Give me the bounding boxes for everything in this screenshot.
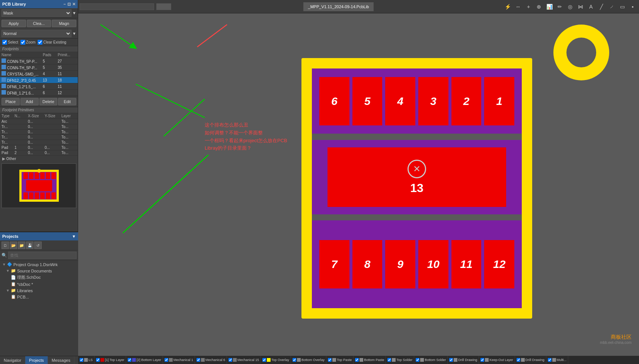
layer-top-overlay-check[interactable] xyxy=(262,358,266,362)
box-btn[interactable]: ▭ xyxy=(617,2,627,12)
text-btn[interactable]: A xyxy=(586,2,596,12)
mask-row: Mask ▼ xyxy=(0,8,78,18)
layer-multi-check[interactable] xyxy=(548,358,552,362)
edit-button[interactable]: Edit xyxy=(58,98,76,105)
tree-project-group[interactable]: ▼ 🔷 Project Group 1.DsnWrk xyxy=(0,261,78,268)
fp-row-0[interactable]: CONN-TH_5P-P... 5 27 xyxy=(0,58,78,64)
layer-bottom-dot xyxy=(132,358,136,362)
zoom-checkbox[interactable] xyxy=(20,40,25,45)
svg-rect-2 xyxy=(26,180,52,191)
prim-row-4[interactable]: Tr...0...To... xyxy=(0,140,78,145)
fp-row-5[interactable]: DFN8_1.2*1.6... 6 12 xyxy=(0,90,78,96)
layer-ls-check[interactable] xyxy=(80,358,83,362)
layer-mech15-check[interactable] xyxy=(229,358,232,362)
select-checkbox[interactable] xyxy=(2,40,7,45)
mode-select[interactable]: Normal xyxy=(1,30,71,37)
line-btn[interactable]: ╱ xyxy=(597,2,606,12)
clear-existing-checkbox[interactable] xyxy=(38,40,42,45)
magn-button[interactable]: Magn xyxy=(52,20,76,27)
layer-bottom-check[interactable] xyxy=(128,358,131,362)
layer-bot-overlay: Bottom Overlay xyxy=(291,356,326,364)
pad-marker xyxy=(408,160,426,178)
pen-btn[interactable]: ✏ xyxy=(555,2,565,12)
tree-pcb-lib[interactable]: 📋 PCB... xyxy=(0,294,78,300)
float-icon[interactable]: ⊡ xyxy=(67,2,71,7)
layer-top-check[interactable] xyxy=(96,358,100,362)
minimize-icon[interactable]: − xyxy=(64,2,66,7)
search-input[interactable] xyxy=(8,252,77,259)
layer-mech1-check[interactable] xyxy=(164,358,168,362)
other-section-header: ▶ Other xyxy=(0,156,78,162)
prim-table-header: Type N... X-Size Y-Size Layer xyxy=(0,113,78,119)
tree-schdoc[interactable]: 📄 理图.SchDoc xyxy=(0,274,78,281)
file-tab-label: _MPP_V1.11_2024-09-14.PcbLib xyxy=(308,4,369,9)
clear-existing-checkbox-label[interactable]: Clear Existing xyxy=(38,40,66,45)
tree-libraries[interactable]: ▼ 📁 Libraries xyxy=(0,287,78,294)
add-btn[interactable]: + xyxy=(524,2,533,12)
mask-select[interactable]: Mask xyxy=(1,9,71,17)
fp-row-1[interactable]: CONN-TH_5P-P... 5 35 xyxy=(0,64,78,71)
source-documents-label: Source Documents xyxy=(17,269,52,273)
layer-bot-overlay-check[interactable] xyxy=(293,358,296,362)
prim-row-0[interactable]: Arc0...To... xyxy=(0,119,78,124)
close-icon[interactable]: ✕ xyxy=(72,2,76,7)
open-project-btn[interactable]: 📂 xyxy=(10,242,17,249)
button-row: Apply Clea... Magn xyxy=(0,18,78,29)
apply-button[interactable]: Apply xyxy=(1,20,26,27)
center-pad-area: 13 xyxy=(312,140,522,214)
prim-row-3[interactable]: Tr...0...To... xyxy=(0,135,78,140)
tree-source-docs[interactable]: ▼ 📁 Source Documents xyxy=(0,268,78,274)
link-btn[interactable]: ⋈ xyxy=(576,2,585,12)
select-checkbox-label[interactable]: Select xyxy=(2,40,18,45)
place-button[interactable]: Place xyxy=(1,98,20,105)
layer-drill-check[interactable] xyxy=(449,358,453,362)
square-btn[interactable]: ▪ xyxy=(628,2,638,12)
search-box: 🔍 xyxy=(0,250,78,261)
svg-point-15 xyxy=(37,169,41,173)
circle-btn[interactable]: ◎ xyxy=(565,2,575,12)
prim-row-1[interactable]: Tr...0...To... xyxy=(0,124,78,130)
fp-row-3[interactable]: DFN12_3*3_0.45 13 18 xyxy=(0,77,78,83)
new-project-btn[interactable]: 🗋 xyxy=(1,242,9,249)
svg-rect-5 xyxy=(35,172,39,179)
tree-pcbdoc[interactable]: 📋 *cbDoc * xyxy=(0,281,78,287)
chart-btn[interactable]: 📊 xyxy=(544,2,554,12)
delete-button[interactable]: Delete xyxy=(39,98,58,105)
layer-top-solder-check[interactable] xyxy=(387,358,391,362)
mode-dropdown-icon: ▼ xyxy=(72,31,76,36)
fp-row-4[interactable]: DFN6_1.2*1.5_... 6 11 xyxy=(0,83,78,90)
pcb-canvas[interactable]: 6 5 4 3 2 1 13 7 8 9 10 11 12 这个排布怎么那么丑 xyxy=(78,13,639,356)
prim-row-5[interactable]: Pad10...0...To... xyxy=(0,145,78,150)
connect-btn[interactable]: ↔ xyxy=(513,2,523,12)
svg-rect-6 xyxy=(40,172,45,179)
projects-header: Projects ▼ xyxy=(0,232,78,240)
tab-navigator[interactable]: Navigator xyxy=(0,356,25,364)
layer-drill2-check[interactable] xyxy=(517,358,520,362)
svg-rect-10 xyxy=(29,192,33,199)
layer-top-solder: Top Solder xyxy=(386,356,414,364)
via-btn[interactable]: ⊕ xyxy=(534,2,544,12)
fp-row-2[interactable]: CRYSTAL-SMD_... 4 11 xyxy=(0,71,78,77)
svg-line-17 xyxy=(136,84,205,118)
save-project-btn[interactable]: 💾 xyxy=(26,242,33,249)
layer-keepout-check[interactable] xyxy=(480,358,484,362)
layer-top-paste-check[interactable] xyxy=(328,358,332,362)
tab-projects[interactable]: Projects xyxy=(25,356,48,364)
clear-button[interactable]: Clea... xyxy=(27,20,51,27)
layer-bot-solder-check[interactable] xyxy=(416,358,419,362)
filter-btn[interactable]: ⚡ xyxy=(503,2,512,12)
annotation-text: 这个排布怎么那么丑 如何调整？不能一个界面整 一个框吗？看起来project怎么… xyxy=(205,121,287,152)
layer-bot-paste-check[interactable] xyxy=(355,358,359,362)
slash-btn[interactable]: ⟋ xyxy=(607,2,617,12)
add-button[interactable]: Add xyxy=(20,98,39,105)
prim-row-2[interactable]: Tr...0...To... xyxy=(0,130,78,135)
layer-mech6-check[interactable] xyxy=(197,358,200,362)
prim-row-6[interactable]: Pad20...0...To... xyxy=(0,150,78,156)
file-tab[interactable]: _MPP_V1.11_2024-09-14.PcbLib xyxy=(303,2,374,11)
zoom-checkbox-label[interactable]: Zoom xyxy=(20,40,36,45)
open-folder-btn[interactable]: 📁 xyxy=(18,242,25,249)
svg-rect-14 xyxy=(51,192,56,199)
svg-line-18 xyxy=(164,99,205,136)
tab-messages[interactable]: Messages xyxy=(48,356,74,364)
refresh-btn[interactable]: ↺ xyxy=(34,242,42,249)
